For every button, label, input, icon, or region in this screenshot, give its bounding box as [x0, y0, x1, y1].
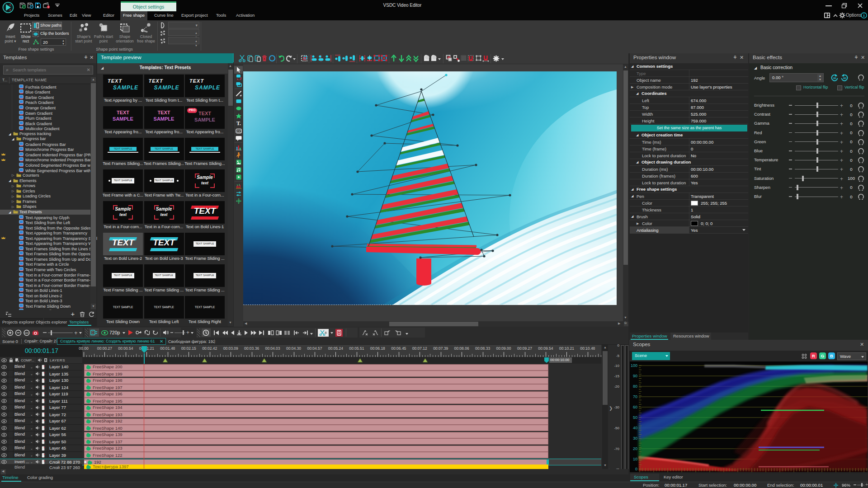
svg-text:100: 100 [24, 332, 29, 334]
svg-text:70: 70 [633, 394, 637, 399]
svg-text:50: 50 [633, 415, 637, 420]
svg-text:10: 10 [633, 457, 637, 461]
svg-text:30: 30 [633, 436, 637, 441]
svg-text:0: 0 [635, 467, 637, 471]
svg-text:90: 90 [843, 77, 846, 80]
svg-text:20: 20 [633, 446, 637, 451]
svg-text:60: 60 [633, 405, 637, 409]
svg-text:T.: T. [236, 120, 241, 127]
svg-text:40: 40 [633, 426, 637, 430]
svg-text:80: 80 [633, 384, 637, 389]
svg-text:CC: CC [236, 130, 241, 133]
svg-text:100: 100 [631, 363, 637, 368]
svg-text:90: 90 [833, 77, 836, 80]
svg-text:90: 90 [633, 374, 637, 378]
